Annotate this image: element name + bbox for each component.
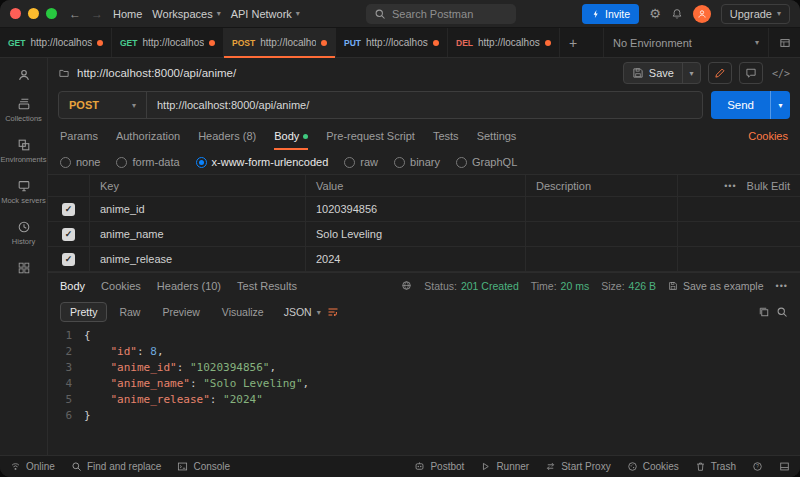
- new-tab-button[interactable]: +: [560, 28, 586, 57]
- response-tab-cookies[interactable]: Cookies: [101, 280, 141, 292]
- home-link[interactable]: Home: [113, 8, 142, 20]
- view-tab-preview[interactable]: Preview: [152, 302, 209, 322]
- row-checkbox[interactable]: ✓: [62, 253, 75, 266]
- forward-button[interactable]: →: [91, 7, 103, 21]
- bulk-edit-button[interactable]: Bulk Edit: [747, 180, 790, 192]
- response-body-code[interactable]: 1{2 "id": 8,3 "anime_id": "1020394856",4…: [48, 326, 800, 455]
- minimize-window-button[interactable]: [28, 8, 39, 19]
- comments-button[interactable]: [739, 62, 763, 84]
- invite-button[interactable]: Invite: [582, 4, 639, 24]
- body-type-graphql[interactable]: GraphQL: [456, 156, 517, 168]
- body-type-binary[interactable]: binary: [394, 156, 440, 168]
- search-response-button[interactable]: [776, 306, 788, 318]
- cookies-link[interactable]: Cookies: [748, 130, 788, 142]
- request-tab-tests[interactable]: Tests: [433, 122, 459, 150]
- upgrade-button[interactable]: Upgrade ▾: [721, 4, 790, 24]
- request-tab-authorization[interactable]: Authorization: [116, 122, 180, 150]
- statusbar-start-proxy[interactable]: Start Proxy: [545, 461, 610, 472]
- sidebar-item[interactable]: [0, 68, 47, 82]
- tab-url-label: http://localhost:8000/a: [478, 37, 540, 48]
- sidebar-item-mock-servers[interactable]: Mock servers: [0, 179, 47, 205]
- settings-gear-icon[interactable]: ⚙: [649, 7, 661, 20]
- statusbar-cookies[interactable]: Cookies: [627, 461, 679, 472]
- statusbar-item-label: Trash: [711, 461, 736, 472]
- request-tab-label: Authorization: [116, 130, 180, 142]
- statusbar-console[interactable]: Console: [177, 461, 230, 472]
- notifications-bell-icon[interactable]: [671, 8, 683, 20]
- chevron-down-icon: ▾: [132, 101, 136, 110]
- response-tab-test-results[interactable]: Test Results: [237, 280, 297, 292]
- send-dropdown-button[interactable]: ▾: [770, 91, 790, 119]
- send-button[interactable]: Send: [711, 91, 770, 119]
- request-tab[interactable]: POSThttp://localhost:8000/i: [224, 28, 336, 57]
- body-type-form-data[interactable]: form-data: [116, 156, 179, 168]
- save-dropdown-button[interactable]: ▾: [682, 63, 700, 83]
- kv-key-cell[interactable]: anime_release: [90, 247, 306, 271]
- wrap-lines-button[interactable]: [327, 306, 339, 318]
- user-avatar[interactable]: [693, 5, 711, 23]
- request-tab[interactable]: GEThttp://localhost:8000/a: [112, 28, 224, 57]
- kv-key-cell[interactable]: anime_id: [90, 197, 306, 221]
- request-tab-body[interactable]: Body: [274, 122, 308, 150]
- breadcrumb[interactable]: http://localhost:8000/api/anime/: [77, 67, 236, 79]
- body-type-raw[interactable]: raw: [344, 156, 378, 168]
- row-checkbox[interactable]: ✓: [62, 228, 75, 241]
- help-icon[interactable]: ?: [752, 461, 763, 472]
- request-tab[interactable]: PUThttp://localhost:8000/a: [336, 28, 448, 57]
- save-as-example-button[interactable]: Save as example: [668, 280, 764, 292]
- statusbar-runner[interactable]: Runner: [480, 461, 529, 472]
- sidebar-item-history[interactable]: History: [0, 220, 47, 246]
- environment-quick-look-button[interactable]: [768, 28, 800, 57]
- kv-description-cell[interactable]: [526, 197, 678, 221]
- kv-key-cell[interactable]: anime_name: [90, 222, 306, 246]
- back-button[interactable]: ←: [69, 7, 81, 21]
- environment-selector[interactable]: No Environment ▾: [603, 28, 768, 57]
- statusbar-find-and-replace[interactable]: Find and replace: [71, 461, 162, 472]
- response-tab-body[interactable]: Body: [60, 280, 85, 292]
- view-tab-visualize[interactable]: Visualize: [212, 302, 274, 322]
- request-tab-settings[interactable]: Settings: [477, 122, 517, 150]
- sidebar-item-environments[interactable]: Environments: [0, 138, 47, 164]
- format-label: JSON: [284, 306, 312, 318]
- body-type-x-www-form-urlencoded[interactable]: x-www-form-urlencoded: [196, 156, 329, 168]
- statusbar-trash[interactable]: Trash: [695, 461, 736, 472]
- unsaved-indicator-dot: [209, 40, 215, 46]
- view-tab-pretty[interactable]: Pretty: [60, 302, 107, 322]
- size-label: Size:: [601, 280, 624, 292]
- workspaces-menu[interactable]: Workspaces▾: [152, 8, 220, 20]
- code-snippet-button[interactable]: </>: [772, 68, 790, 79]
- sidebar-item[interactable]: [0, 261, 47, 275]
- kv-value-cell[interactable]: Solo Leveling: [306, 222, 526, 246]
- url-input[interactable]: [147, 92, 702, 118]
- copy-response-button[interactable]: [758, 306, 770, 318]
- sidebar-item-label: Mock servers: [1, 197, 46, 205]
- api-network-menu[interactable]: API Network▾: [231, 8, 300, 20]
- response-more-button[interactable]: •••: [776, 281, 788, 291]
- kv-description-cell[interactable]: [526, 247, 678, 271]
- close-window-button[interactable]: [10, 8, 21, 19]
- kv-value-cell[interactable]: 1020394856: [306, 197, 526, 221]
- format-selector[interactable]: JSON ▾: [284, 306, 321, 318]
- sidebar-item-collections[interactable]: Collections: [0, 97, 47, 123]
- kv-description-cell[interactable]: [526, 222, 678, 246]
- statusbar-online[interactable]: Online: [10, 461, 55, 472]
- kv-value-cell[interactable]: 2024: [306, 247, 526, 271]
- view-tab-raw[interactable]: Raw: [109, 302, 150, 322]
- global-search-input[interactable]: Search Postman: [366, 4, 516, 24]
- request-tab-params[interactable]: Params: [60, 122, 98, 150]
- bottom-panel-toggle-icon[interactable]: [779, 461, 790, 472]
- response-tab-headers-10[interactable]: Headers (10): [157, 280, 221, 292]
- request-tab-headers-8[interactable]: Headers (8): [198, 122, 256, 150]
- table-more-button[interactable]: •••: [724, 181, 736, 191]
- request-tab[interactable]: GEThttp://localhost:8000/a: [0, 28, 112, 57]
- request-tab-pre-request-script[interactable]: Pre-request Script: [326, 122, 415, 150]
- edit-request-button[interactable]: [708, 62, 732, 84]
- statusbar-postbot[interactable]: Postbot: [414, 461, 464, 472]
- request-tab[interactable]: DELhttp://localhost:8000/a: [448, 28, 560, 57]
- row-checkbox[interactable]: ✓: [62, 203, 75, 216]
- zoom-window-button[interactable]: [46, 8, 57, 19]
- body-type-none[interactable]: none: [60, 156, 100, 168]
- save-button[interactable]: Save: [624, 63, 682, 83]
- method-selector[interactable]: POST ▾: [59, 92, 147, 118]
- kv-row: ✓anime_nameSolo Leveling: [48, 222, 800, 247]
